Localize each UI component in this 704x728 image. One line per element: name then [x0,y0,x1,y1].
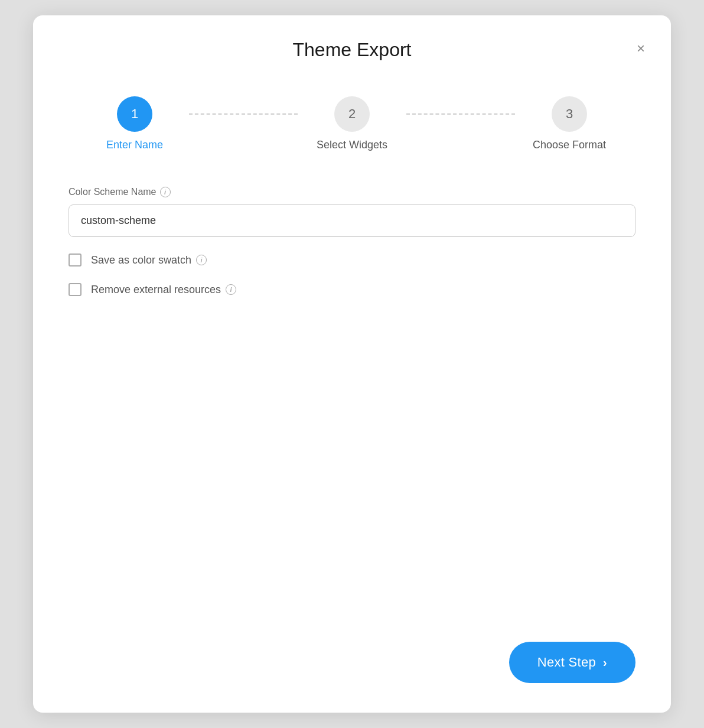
dialog-title: Theme Export [293,39,412,61]
save-swatch-row: Save as color swatch i [69,254,635,266]
save-swatch-label[interactable]: Save as color swatch i [91,254,207,266]
next-step-button[interactable]: Next Step › [509,642,635,683]
dialog-header: Theme Export × [33,15,671,73]
remove-resources-info-icon: i [226,284,236,295]
step-1-label: Enter Name [106,139,163,151]
step-connector-2 [406,113,515,115]
scheme-name-label-row: Color Scheme Name i [69,187,635,197]
form-content: Color Scheme Name i Save as color swatch… [33,181,671,630]
remove-resources-label[interactable]: Remove external resources i [91,284,236,296]
step-2: 2 Select Widgets [298,96,406,151]
remove-resources-checkbox[interactable] [69,283,82,296]
scheme-name-info-icon: i [160,187,171,197]
step-2-label: Select Widgets [317,139,387,151]
chevron-right-icon: › [603,656,607,670]
stepper: 1 Enter Name 2 Select Widgets 3 Choose F… [33,73,671,181]
scheme-name-input[interactable] [69,204,635,237]
step-1-circle: 1 [117,96,152,132]
save-swatch-info-icon: i [196,255,207,265]
step-connector-1 [189,113,298,115]
next-step-label: Next Step [537,655,596,670]
dialog-footer: Next Step › [33,630,671,713]
close-button[interactable]: × [634,39,647,58]
step-1: 1 Enter Name [80,96,189,151]
step-2-circle: 2 [334,96,370,132]
step-3: 3 Choose Format [515,96,624,151]
step-3-circle: 3 [552,96,587,132]
theme-export-dialog: Theme Export × 1 Enter Name 2 Select Wid… [33,15,671,713]
close-icon: × [637,41,645,56]
remove-resources-row: Remove external resources i [69,283,635,296]
save-swatch-checkbox[interactable] [69,254,82,266]
step-3-label: Choose Format [533,139,606,151]
